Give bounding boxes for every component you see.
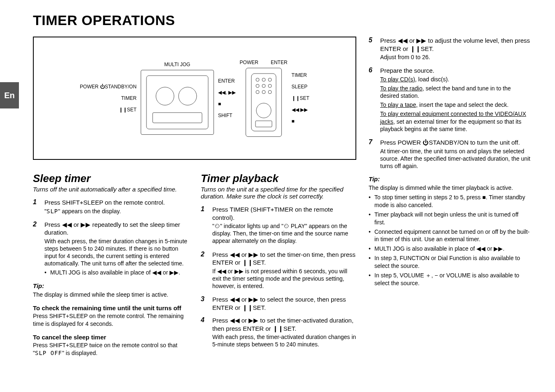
svg-point-12 bbox=[262, 90, 265, 94]
step-number: 2 bbox=[33, 221, 40, 279]
svg-point-9 bbox=[262, 84, 265, 88]
playback-step6-line4: To play external equipment connected to … bbox=[380, 110, 530, 133]
playback-step2-note: If ◀◀ or ▶▶ is not pressed within 6 seco… bbox=[212, 267, 356, 290]
svg-rect-15 bbox=[255, 121, 272, 127]
sleep-cancel-body: Press SHIFT+SLEEP twice on the remote co… bbox=[33, 341, 188, 357]
diagram-mid-callouts: ENTER ◀◀, ▶▶ ■ SHIFT bbox=[218, 78, 236, 118]
callout-sleep: SLEEP bbox=[292, 84, 308, 90]
step-number: 7 bbox=[369, 138, 376, 171]
callout-enter-unit: ENTER bbox=[218, 78, 235, 84]
callout-multi-jog: MULTI JOG bbox=[164, 62, 190, 67]
page-title: TIMER OPERATIONS bbox=[33, 12, 530, 28]
sleep-heading: Sleep timer bbox=[33, 172, 188, 185]
svg-point-14 bbox=[256, 103, 271, 118]
playback-heading: Timer playback bbox=[201, 172, 356, 185]
step-number: 6 bbox=[369, 67, 376, 134]
playback-step6-line1: To play CD(s), load disc(s). bbox=[380, 76, 530, 83]
step-number: 4 bbox=[201, 316, 208, 350]
svg-rect-3 bbox=[153, 113, 202, 123]
playback-step6-line2: To play the radio, select the band and t… bbox=[380, 85, 530, 99]
callout-stop-remote: ■ bbox=[292, 118, 295, 124]
callout-enter-remote-top: ENTER bbox=[271, 60, 288, 65]
tip-bullet: Timer playback will not begin unless the… bbox=[369, 211, 530, 226]
step-number: 2 bbox=[201, 251, 208, 292]
svg-point-13 bbox=[268, 90, 272, 94]
callout-set: ❙❙SET bbox=[119, 107, 137, 113]
diagram-right-callouts: TIMER SLEEP ❙❙SET ◀◀ ▶▶ ■ bbox=[292, 72, 309, 124]
svg-point-5 bbox=[256, 78, 259, 81]
sleep-step1-action: Press SHIFT+SLEEP on the remote control. bbox=[44, 198, 188, 207]
callout-stop-unit: ■ bbox=[218, 101, 221, 107]
svg-point-6 bbox=[262, 78, 265, 81]
svg-point-7 bbox=[268, 78, 272, 81]
svg-point-8 bbox=[256, 84, 259, 88]
language-tab: En bbox=[0, 82, 19, 108]
playback-tip-body: The display is dimmed while the timer pl… bbox=[369, 184, 530, 192]
main-unit-illustration bbox=[141, 70, 214, 135]
sleep-step1-note: "SLP" appears on the display. bbox=[44, 208, 188, 215]
sleep-subtitle: Turns off the unit automatically after a… bbox=[33, 186, 188, 193]
playback-step1-note: "⏲" indicator lights up and "⏲ PLAY" app… bbox=[212, 222, 356, 245]
timer-playback-section-b: 5 Press ◀◀ or ▶▶ to adjust the volume le… bbox=[369, 37, 530, 359]
sleep-tip-body: The display is dimmed while the sleep ti… bbox=[33, 291, 188, 299]
tip-bullet: In step 5, VOLUME ＋, − or VOLUME is also… bbox=[369, 272, 530, 287]
playback-step5-action: Press ◀◀ or ▶▶ to adjust the volume leve… bbox=[380, 37, 530, 53]
playback-step1-action: Press TIMER (SHIFT+TIMER on the remote c… bbox=[212, 205, 356, 221]
step-number: 1 bbox=[33, 198, 40, 217]
callout-timer-remote: TIMER bbox=[292, 72, 307, 78]
sleep-step2-action: Press ◀◀ or ▶▶ repeatedly to set the sle… bbox=[44, 221, 188, 237]
callout-power-standby: POWER ⏻STANDBY/ON bbox=[80, 84, 137, 90]
tip-bullet: To stop timer setting in steps 2 to 5, p… bbox=[369, 194, 530, 209]
playback-subtitle: Turns on the unit at a specified time fo… bbox=[201, 186, 356, 200]
diagram-left-callouts: POWER ⏻STANDBY/ON TIMER ❙❙SET bbox=[80, 84, 137, 113]
sleep-timer-section: Sleep timer Turns off the unit automatic… bbox=[33, 172, 188, 359]
callout-set-remote: ❙❙SET bbox=[292, 95, 309, 101]
svg-point-2 bbox=[179, 87, 197, 105]
step-number: 3 bbox=[201, 295, 208, 312]
tip-bullet: Connected equipment cannot be turned on … bbox=[369, 228, 530, 244]
svg-point-10 bbox=[268, 84, 272, 88]
svg-rect-0 bbox=[146, 76, 208, 129]
playback-tip-bullets: To stop timer setting in steps 2 to 5, p… bbox=[369, 194, 530, 287]
svg-point-11 bbox=[256, 90, 259, 94]
step-number: 5 bbox=[369, 37, 376, 62]
svg-point-1 bbox=[156, 87, 174, 105]
tip-bullet: MULTI JOG is also available in place of … bbox=[369, 245, 530, 253]
playback-step6-action: Prepare the source. bbox=[380, 67, 530, 75]
svg-rect-4 bbox=[251, 74, 276, 131]
sleep-step2-bullet: MULTI JOG is also available in place of … bbox=[44, 269, 188, 277]
callout-skip-unit: ◀◀, ▶▶ bbox=[218, 90, 236, 95]
sleep-check-body: Press SHIFT+SLEEP on the remote control.… bbox=[33, 312, 188, 328]
sleep-step2-note: With each press, the timer duration chan… bbox=[44, 238, 188, 267]
playback-step4-note: With each press, the timer-activated dur… bbox=[212, 333, 356, 348]
playback-step7-action: Press POWER ⏻STANDBY/ON to turn the unit… bbox=[380, 138, 530, 147]
playback-step3-action: Press ◀◀ or ▶▶ to select the source, the… bbox=[212, 295, 356, 311]
playback-step5-note: Adjust from 0 to 26. bbox=[380, 53, 530, 61]
callout-shift: SHIFT bbox=[218, 113, 232, 118]
callout-skip-remote: ◀◀ ▶▶ bbox=[292, 107, 308, 113]
remote-icon bbox=[249, 71, 278, 133]
playback-step7-note: At timer-on time, the unit turns on and … bbox=[380, 148, 530, 170]
tip-label: Tip: bbox=[33, 282, 188, 289]
stereo-icon bbox=[144, 74, 210, 131]
sleep-cancel-heading: To cancel the sleep timer bbox=[33, 334, 188, 341]
step-number: 1 bbox=[201, 205, 208, 247]
callout-timer: TIMER bbox=[121, 95, 137, 101]
device-diagram: POWER ⏻STANDBY/ON TIMER ❙❙SET MULTI JOG bbox=[33, 37, 356, 160]
tip-bullet: In step 3, FUNCTION or Dial Function is … bbox=[369, 254, 530, 270]
timer-playback-section-a: Timer playback Turns on the unit at a sp… bbox=[201, 172, 356, 359]
playback-step4-action: Press ◀◀ or ▶▶ to set the timer-activate… bbox=[212, 316, 356, 332]
playback-step6-line3: To play a tape, insert the tape and sele… bbox=[380, 101, 530, 108]
playback-step2-action: Press ◀◀ or ▶▶ to set the timer-on time,… bbox=[212, 251, 356, 267]
sleep-check-heading: To check the remaining time until the un… bbox=[33, 304, 188, 311]
tip-label: Tip: bbox=[369, 175, 530, 182]
remote-illustration bbox=[246, 68, 282, 137]
callout-power-remote: POWER bbox=[240, 60, 258, 65]
